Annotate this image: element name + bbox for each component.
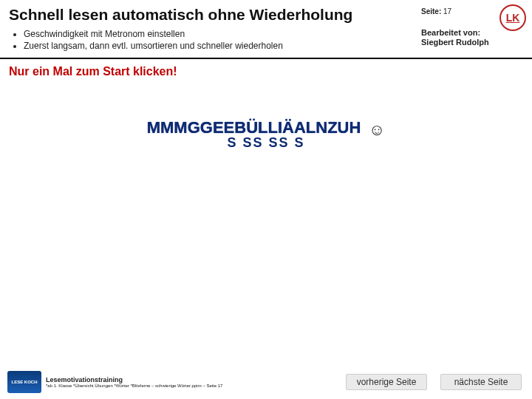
overlaid-words-line1: MMMGGEEBÜLLIÄALNZUH (147, 118, 361, 137)
page-number: 17 (443, 7, 451, 16)
smiley-icon: ☺ (369, 120, 385, 139)
edited-label: Bearbeitet von: (421, 28, 489, 38)
lesekoch-logo-icon: LESE KOCH (7, 371, 41, 393)
editor-name: Siegbert Rudolph (421, 38, 489, 47)
divider (0, 58, 532, 59)
brand-seal-icon: LK (499, 4, 526, 31)
page-indicator: Seite: 17 (421, 7, 451, 16)
nav-buttons: vorherige Seite nächste Seite (346, 374, 522, 390)
footer-brand: LESE KOCH Lesemotivationstraining *ab 1.… (7, 371, 222, 393)
page-label: Seite: (421, 7, 441, 16)
edited-by: Bearbeitet von: Siegbert Rudolph (421, 28, 489, 47)
start-hint: Nur ein Mal zum Start klicken! (0, 62, 532, 81)
overlaid-words-line2: S SS SS S (147, 135, 386, 151)
prev-page-button[interactable]: vorherige Seite (346, 374, 427, 390)
footer-path: *ab 1. Klasse *Übersicht Übungen *Wörter… (46, 383, 222, 388)
next-page-button[interactable]: nächste Seite (440, 374, 522, 390)
footer-title: Lesemotivationstraining (46, 376, 222, 383)
word-display: MMMGGEEBÜLLIÄALNZUH ☺ S SS SS S (0, 118, 532, 151)
